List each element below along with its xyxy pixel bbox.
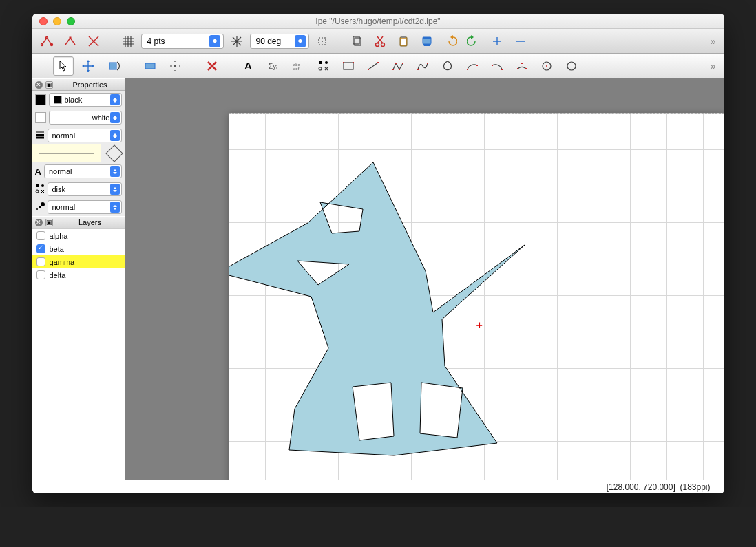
layer-checkbox[interactable] [36,270,45,279]
snap-intersection-icon[interactable] [83,32,104,51]
dropdown-arrows-icon [209,35,220,47]
stroke-color-select[interactable]: black [49,93,122,107]
snap-control-icon[interactable] [60,32,81,51]
label-tool[interactable]: A [239,56,260,76]
line-tool[interactable] [363,56,384,76]
svg-rect-16 [401,36,406,38]
zoom-in-icon[interactable] [487,32,507,51]
circle-center-tool[interactable] [536,56,557,76]
svg-point-39 [325,61,328,64]
snap-angular-icon[interactable] [227,32,247,51]
textsize-select[interactable]: normal [44,164,122,178]
circle-diameter-tool[interactable] [561,56,582,76]
delete-icon[interactable] [417,32,437,51]
paste-icon[interactable] [393,32,414,51]
dropdown-arrows-icon [110,94,120,105]
translate-tool[interactable] [78,56,98,76]
layers-list: alpha beta gamma delta [32,228,125,480]
snap-vertex-icon[interactable] [36,32,57,51]
svg-marker-24 [60,61,66,71]
svg-rect-57 [492,65,493,66]
dropdown-arrows-icon [110,112,120,123]
marksize-select[interactable]: normal [48,200,122,214]
cut-icon[interactable] [370,32,390,51]
panel-detach-icon[interactable]: ▣ [45,219,53,226]
grid-spacing-select[interactable]: 4 pts [141,34,224,49]
angle-snap-value: 90 deg [256,36,282,46]
marksize-icon [35,202,45,213]
svg-rect-59 [517,68,518,69]
pen-value: normal [52,131,76,140]
rectangle-tool[interactable] [338,56,359,76]
toolbar-overflow-icon[interactable]: » [706,36,720,47]
svg-text:Σyᵢ: Σyᵢ [269,63,277,70]
svg-rect-56 [476,65,478,66]
svg-marker-25 [87,60,90,62]
layer-row[interactable]: beta [32,242,125,255]
svg-line-46 [368,63,378,69]
layer-checkbox[interactable] [36,231,45,240]
layers-panel-header[interactable]: ✕ ▣ Layers [32,216,125,228]
tools-toolbar: A Σyᵢ abcdef » [32,54,724,78]
svg-point-7 [322,41,323,42]
svg-rect-15 [401,39,406,45]
status-ppi: (183ppi) [680,482,710,492]
snap-toolbar: 4 pts 90 deg » [32,29,724,54]
layer-label: delta [50,271,66,279]
canvas[interactable]: + [125,78,724,480]
arc2-tool[interactable] [487,56,507,76]
tools-overflow-icon[interactable]: » [706,61,720,72]
svg-point-10 [375,43,379,46]
arrow-diamond-icon[interactable] [105,144,123,162]
redo-icon[interactable] [463,32,484,51]
layer-row[interactable]: gamma [32,255,125,268]
stretch-tool[interactable] [140,56,160,76]
svg-rect-45 [353,62,354,63]
fill-color-select[interactable]: white [49,111,122,125]
stroke-swatch[interactable] [35,94,46,105]
svg-text:def: def [293,67,300,71]
fill-swatch[interactable] [35,112,46,123]
rotate-tool[interactable] [103,56,123,76]
status-bar: [128.000, 720.000] (183ppi) [32,480,724,493]
svg-rect-61 [525,68,527,69]
svg-point-72 [36,208,38,210]
layer-row[interactable]: delta [32,268,125,281]
markshape-select[interactable]: disk [48,182,122,196]
layer-checkbox[interactable] [36,244,45,253]
snap-grid-icon[interactable] [118,32,138,51]
polyline-tool[interactable] [388,56,408,76]
math-tool[interactable]: Σyᵢ [264,56,284,76]
paragraph-tool[interactable]: abcdef [288,56,309,76]
marks-tool[interactable] [313,56,334,76]
select-tool[interactable] [53,56,74,76]
layer-checkbox[interactable] [36,257,45,266]
textsize-icon: A [35,167,41,177]
delete-tool[interactable] [202,56,222,76]
svg-rect-44 [343,62,344,63]
line-sample[interactable] [32,144,101,162]
panel-detach-icon[interactable]: ▣ [45,81,53,89]
angle-snap-select[interactable]: 90 deg [250,34,309,49]
arc3-tool[interactable] [512,56,532,76]
svg-marker-19 [450,35,453,39]
layer-row[interactable]: alpha [32,229,125,242]
drawing-shape[interactable] [229,113,724,480]
properties-title: Properties [56,81,125,89]
properties-panel-header[interactable]: ✕ ▣ Properties [32,78,125,91]
marksize-value: normal [52,203,76,211]
pan-tool[interactable] [165,56,185,76]
copy-icon[interactable] [346,32,367,51]
splinegon-tool[interactable] [437,56,458,76]
pen-select[interactable]: normal [48,129,122,142]
zoom-out-icon[interactable] [510,32,531,51]
panel-close-icon[interactable]: ✕ [35,81,43,89]
undo-icon[interactable] [440,32,461,51]
snap-auto-icon[interactable] [312,32,333,51]
svg-point-71 [36,190,39,193]
sidebar: ✕ ▣ Properties black white n [32,78,125,480]
spline-tool[interactable] [412,56,433,76]
arc-tool[interactable] [462,56,483,76]
panel-close-icon[interactable]: ✕ [35,219,43,226]
svg-point-74 [41,202,45,206]
